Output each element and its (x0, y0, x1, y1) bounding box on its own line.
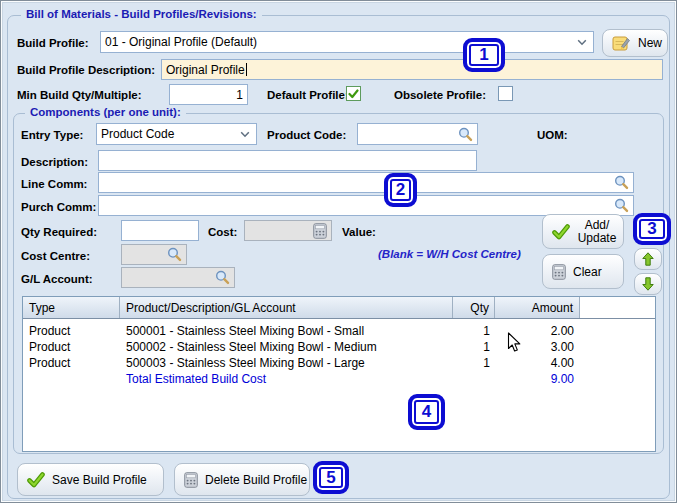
column-header-qty[interactable]: Qty (453, 297, 495, 318)
cell-qty: 1 (453, 340, 495, 354)
product-code-input[interactable] (357, 123, 478, 145)
component-description-input[interactable] (98, 150, 477, 171)
components-group-title: Components (per one unit): (25, 106, 186, 118)
arrow-down-icon (642, 277, 654, 291)
entry-type-label: Entry Type: (21, 129, 83, 141)
obsolete-profile-label: Obsolete Profile: (394, 89, 486, 101)
check-icon (552, 224, 570, 240)
purch-comm-input[interactable] (98, 195, 634, 216)
default-profile-label: Default Profile: (267, 89, 349, 101)
components-table-body: Product 500001 - Stainless Steel Mixing … (23, 319, 655, 387)
arrow-up-icon (642, 252, 654, 266)
line-comm-search-icon[interactable] (614, 175, 629, 190)
cell-amount: 4.00 (495, 356, 580, 370)
move-up-button[interactable] (634, 248, 662, 270)
min-build-qty-input[interactable]: 1 (169, 84, 248, 105)
cell-description: 500003 - Stainless Steel Mixing Bowl - L… (120, 356, 453, 370)
total-label: Total Estimated Build Cost (120, 372, 453, 386)
cell-description: 500002 - Stainless Steel Mixing Bowl - M… (120, 340, 453, 354)
add-update-label-line1: Add/ (577, 219, 617, 232)
qty-required-input[interactable] (121, 220, 199, 241)
cell-type: Product (23, 356, 120, 370)
new-button[interactable]: New (602, 29, 668, 57)
delete-build-profile-button[interactable]: Delete Build Profile (174, 463, 310, 496)
add-update-button[interactable]: Add/ Update (542, 214, 624, 249)
chevron-down-icon (577, 39, 589, 46)
bom-build-profiles-window: Bill of Materials - Build Profiles/Revis… (0, 0, 677, 503)
product-code-search-icon[interactable] (458, 127, 473, 142)
line-comm-input[interactable] (98, 172, 634, 193)
cost-centre-search-icon[interactable] (167, 247, 182, 262)
cell-type: Product (23, 340, 120, 354)
cell-description: 500001 - Stainless Steel Mixing Bowl - S… (120, 324, 453, 338)
window-title: Bill of Materials - Build Profiles/Revis… (21, 8, 262, 20)
build-profile-dropdown[interactable]: 01 - Original Profile (Default) (100, 31, 594, 53)
cost-calculator-icon[interactable] (313, 223, 327, 239)
build-profile-label: Build Profile: (17, 37, 89, 49)
cost-label: Cost: (208, 226, 237, 238)
cell-qty: 1 (453, 356, 495, 370)
gl-account-input[interactable] (121, 267, 235, 288)
move-down-button[interactable] (634, 273, 662, 295)
qty-required-label: Qty Required: (21, 226, 97, 238)
value-label: Value: (342, 226, 376, 238)
total-value: 9.00 (495, 372, 580, 386)
table-row[interactable]: Product 500002 - Stainless Steel Mixing … (23, 339, 655, 355)
purch-comm-search-icon[interactable] (614, 198, 629, 213)
check-icon (27, 472, 45, 488)
total-row: Total Estimated Build Cost 9.00 (23, 371, 655, 387)
save-build-profile-button[interactable]: Save Build Profile (17, 463, 164, 496)
build-profile-description-label: Build Profile Description: (17, 64, 155, 76)
column-header-product-description[interactable]: Product/Description/GL Account (120, 297, 453, 318)
build-profile-value: 01 - Original Profile (Default) (105, 35, 257, 49)
check-icon (348, 85, 359, 103)
annotation-badge-5: 5 (313, 461, 349, 494)
chevron-down-icon (240, 131, 252, 138)
add-update-label-line2: Update (577, 232, 617, 245)
cost-input[interactable] (244, 220, 332, 241)
clear-button-label: Clear (573, 265, 602, 279)
new-note-pencil-icon (612, 35, 631, 52)
obsolete-profile-checkbox[interactable] (498, 86, 513, 101)
mouse-cursor (507, 332, 522, 358)
annotation-badge-4: 4 (408, 394, 445, 430)
min-build-qty-value: 1 (236, 88, 243, 102)
entry-type-value: Product Code (101, 127, 174, 141)
column-header-type[interactable]: Type (23, 297, 120, 318)
gl-account-label: G/L Account: (21, 273, 93, 285)
min-build-qty-label: Min Build Qty/Multiple: (17, 89, 142, 101)
cell-type: Product (23, 324, 120, 338)
text-caret (246, 63, 247, 76)
cost-centre-hint: (Blank = W/H Cost Centre) (378, 248, 521, 260)
components-table: Type Product/Description/GL Account Qty … (22, 296, 656, 452)
cost-centre-label: Cost Centre: (21, 250, 90, 262)
product-code-label: Product Code: (267, 129, 346, 141)
annotation-badge-1: 1 (463, 38, 505, 72)
table-row[interactable]: Product 500003 - Stainless Steel Mixing … (23, 355, 655, 371)
annotation-badge-3: 3 (633, 213, 671, 245)
clear-button[interactable]: Clear (542, 254, 624, 289)
delete-build-profile-label: Delete Build Profile (205, 473, 307, 487)
entry-type-dropdown[interactable]: Product Code (96, 123, 257, 145)
save-build-profile-label: Save Build Profile (52, 473, 147, 487)
build-profile-description-value: Original Profile (166, 63, 245, 77)
cell-qty: 1 (453, 324, 495, 338)
column-header-amount[interactable]: Amount (495, 297, 580, 318)
build-profile-description-input[interactable]: Original Profile (161, 59, 663, 80)
calculator-icon (184, 472, 198, 488)
components-table-header: Type Product/Description/GL Account Qty … (23, 297, 655, 319)
component-description-label: Description: (21, 156, 88, 168)
calculator-icon (552, 264, 566, 280)
annotation-badge-2: 2 (384, 173, 417, 207)
purch-comm-label: Purch Comm: (21, 201, 96, 213)
column-header-filler (580, 297, 655, 318)
uom-label: UOM: (537, 129, 568, 141)
table-row[interactable]: Product 500001 - Stainless Steel Mixing … (23, 323, 655, 339)
line-comm-label: Line Comm: (21, 178, 87, 190)
gl-account-search-icon[interactable] (215, 270, 230, 285)
new-button-label: New (638, 36, 662, 50)
default-profile-checkbox[interactable] (346, 86, 361, 101)
cost-centre-input[interactable] (121, 244, 187, 265)
